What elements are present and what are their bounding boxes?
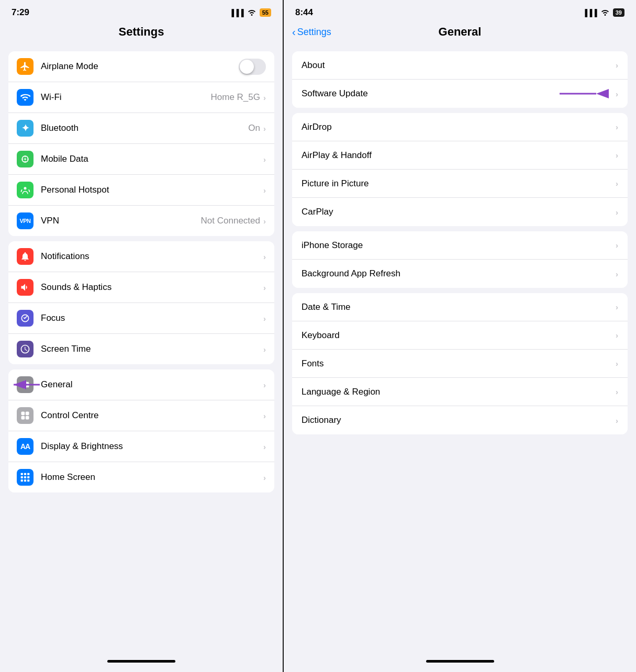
wifi-row[interactable]: Wi-Fi Home R_5G › [8,82,274,113]
fonts-row[interactable]: Fonts › [292,350,628,378]
right-panel: 8:44 ▐▐▐ 39 ‹ Settings General About › [283,0,636,672]
keyboard-label: Keyboard [302,330,616,341]
home-indicator-right [284,654,636,672]
about-chevron: › [616,61,618,70]
dictionary-row[interactable]: Dictionary › [292,406,628,434]
mobile-data-chevron: › [263,155,266,164]
background-refresh-label: Background App Refresh [302,268,616,279]
time-left: 7:29 [12,7,29,18]
vpn-value: Not Connected [201,216,260,226]
vpn-chevron: › [263,217,266,226]
screen-time-icon [17,341,34,357]
focus-row[interactable]: Focus › [8,303,274,334]
language-region-label: Language & Region [302,387,616,397]
sounds-row[interactable]: Sounds & Haptics › [8,272,274,303]
wifi-label: Wi-Fi [41,92,211,103]
personal-hotspot-row[interactable]: Personal Hotspot › [8,175,274,206]
display-brightness-row[interactable]: AA Display & Brightness › [8,431,274,462]
bluetooth-row[interactable]: ✦ Bluetooth On › [8,113,274,144]
language-region-row[interactable]: Language & Region › [292,378,628,406]
carplay-chevron: › [616,208,618,217]
back-label: Settings [297,27,331,38]
home-screen-icon [17,469,34,486]
vpn-row[interactable]: VPN VPN Not Connected › [8,206,274,236]
bluetooth-label: Bluetooth [41,123,248,133]
svg-rect-7 [21,416,25,420]
background-refresh-row[interactable]: Background App Refresh › [292,260,628,288]
connectivity-group: Airplane Mode Wi-Fi Home R_5G › ✦ [8,51,274,236]
left-panel: 7:29 ▐▐▐ 55 Settings Airp [0,0,283,672]
airdrop-label: AirDrop [302,122,616,132]
focus-icon [17,310,34,327]
date-time-row[interactable]: Date & Time › [292,293,628,321]
svg-rect-8 [26,416,29,420]
focus-chevron: › [263,314,266,323]
about-row[interactable]: About › [292,51,628,80]
mobile-data-row[interactable]: Mobile Data › [8,144,274,175]
general-row[interactable]: General › [8,369,274,400]
personal-hotspot-chevron: › [263,186,266,195]
airdrop-row[interactable]: AirDrop › [292,113,628,141]
control-centre-row[interactable]: Control Centre › [8,400,274,431]
screen-time-label: Screen Time [41,344,263,354]
bluetooth-value: On [248,123,260,133]
svg-rect-11 [27,473,29,475]
vpn-icon: VPN [17,212,34,229]
picture-in-picture-row[interactable]: Picture in Picture › [292,170,628,198]
home-bar-left [107,660,175,663]
keyboard-row[interactable]: Keyboard › [292,321,628,350]
storage-group-right: iPhone Storage › Background App Refresh … [292,231,628,288]
wifi-status-icon [247,8,256,17]
status-icons-left: ▐▐▐ 55 [229,8,271,17]
svg-rect-6 [26,412,29,416]
status-bar-right: 8:44 ▐▐▐ 39 [284,0,636,22]
home-screen-row[interactable]: Home Screen › [8,462,274,492]
battery-right: 39 [613,8,624,17]
sounds-icon [17,279,34,296]
home-bar-right [426,660,494,663]
about-software-group: About › Software Update › [292,51,628,108]
svg-rect-5 [21,412,25,416]
mobile-data-icon [17,151,34,167]
settings-title: Settings [119,25,164,39]
date-time-chevron: › [616,303,618,311]
airplane-mode-toggle[interactable] [239,59,266,75]
svg-rect-12 [21,476,23,478]
picture-in-picture-chevron: › [616,179,618,188]
settings-header: Settings [0,22,283,45]
screen-time-row[interactable]: Screen Time › [8,334,274,364]
general-icon [17,376,34,393]
status-bar-left: 7:29 ▐▐▐ 55 [0,0,283,22]
software-update-chevron: › [616,89,618,98]
display-brightness-label: Display & Brightness [41,441,263,452]
airplane-mode-row[interactable]: Airplane Mode [8,51,274,82]
language-region-chevron: › [616,387,618,396]
settings-list: Airplane Mode Wi-Fi Home R_5G › ✦ [0,45,283,654]
carplay-label: CarPlay [302,207,616,217]
fonts-chevron: › [616,359,618,368]
home-indicator-left [0,654,283,672]
bluetooth-chevron: › [263,124,266,133]
signal-icon: ▐▐▐ [229,9,244,17]
display-brightness-chevron: › [263,442,266,451]
wifi-value: Home R_5G [211,92,260,103]
control-centre-label: Control Centre [41,410,263,421]
locale-group-right: Date & Time › Keyboard › Fonts › Languag… [292,293,628,434]
notifications-label: Notifications [41,251,263,262]
airplay-handoff-row[interactable]: AirPlay & Handoff › [292,141,628,170]
iphone-storage-row[interactable]: iPhone Storage › [292,231,628,260]
notifications-row[interactable]: Notifications › [8,241,274,272]
wifi-chevron: › [263,93,266,102]
software-update-row[interactable]: Software Update › [292,80,628,108]
keyboard-chevron: › [616,331,618,340]
general-chevron: › [263,380,266,389]
back-button[interactable]: ‹ Settings [292,26,331,38]
wifi-icon [17,89,34,106]
signal-icon-right: ▐▐▐ [583,9,597,17]
carplay-row[interactable]: CarPlay › [292,198,628,226]
toggle-knob [240,60,254,74]
picture-in-picture-label: Picture in Picture [302,178,616,189]
screen-time-chevron: › [263,345,266,354]
notifications-group: Notifications › Sounds & Haptics › [8,241,274,364]
svg-rect-9 [21,473,23,475]
